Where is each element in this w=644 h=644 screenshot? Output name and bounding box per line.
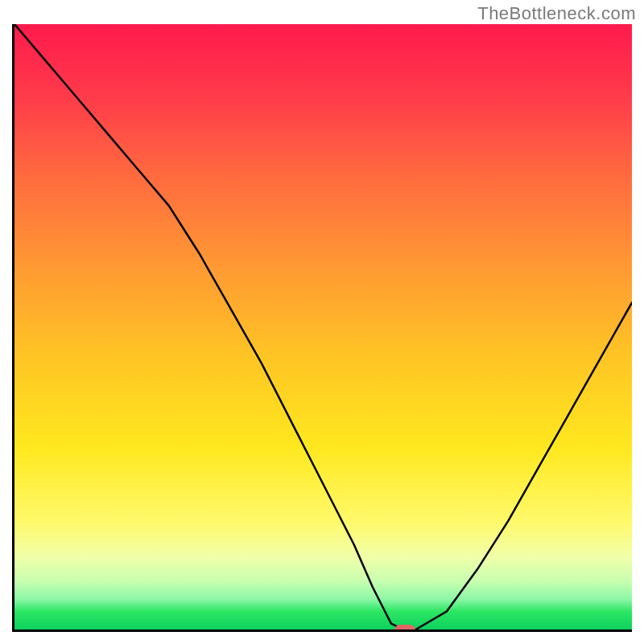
watermark-text: TheBottleneck.com — [477, 3, 636, 24]
chart-container: TheBottleneck.com — [0, 0, 644, 644]
optimal-point-marker — [394, 625, 415, 632]
plot-area — [12, 24, 632, 632]
bottleneck-curve — [14, 24, 632, 630]
